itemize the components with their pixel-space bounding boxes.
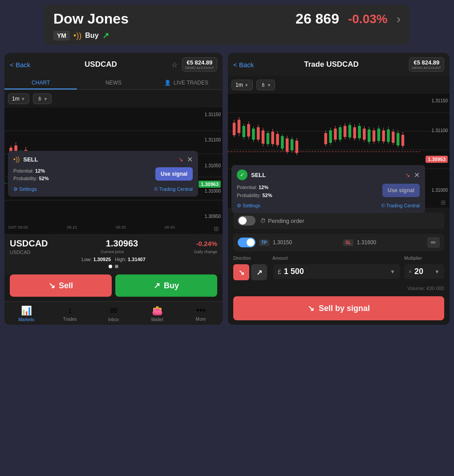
nav-markets-label: Markets xyxy=(18,317,34,322)
banner-sub-row: YM •)) Buy ↗ xyxy=(53,31,401,40)
right-current-price-badge: 1.30953 xyxy=(426,156,448,163)
tab-live-trades[interactable]: 👤 LIVE TRADES xyxy=(150,76,223,89)
left-panel-header: < Back USDCAD ☆ €5 824.89 Demo Account xyxy=(4,53,223,76)
sl-value: 1.31600 xyxy=(357,239,424,246)
right-timeframe-button[interactable]: 1m ▼ xyxy=(231,80,253,90)
pending-order-row: ⏱ Pending order xyxy=(233,212,444,229)
direction-buy-button[interactable]: ↗ xyxy=(251,264,267,280)
right-chart-area: 1.31150 1.31100 1.31050 1.31000 1.30953 … xyxy=(228,94,450,197)
x-symbol: × xyxy=(409,269,412,275)
use-signal-button[interactable]: Use signal xyxy=(155,167,193,181)
settings-link[interactable]: ⚙ Settings xyxy=(13,186,37,192)
left-balance-badge: €5 824.89 Demo Account xyxy=(182,57,217,72)
action-buttons: ↘ Sell ↗ Buy xyxy=(4,274,223,301)
buy-arrow-icon: ↗ xyxy=(154,281,160,290)
sell-button[interactable]: ↘ Sell xyxy=(10,274,112,297)
current-price-label: Current price xyxy=(101,250,124,255)
buy-button[interactable]: ↗ Buy xyxy=(115,274,217,297)
nav-trades[interactable]: ↕ Trades xyxy=(48,305,92,322)
right-back-button[interactable]: < Back xyxy=(233,61,254,69)
direction-row: ↘ ↗ £ 1 500 ▼ × 20 xyxy=(233,264,444,280)
right-chart-type-button[interactable]: 🕯 ▼ xyxy=(256,80,276,90)
volume-row: Volume: €30 000 xyxy=(233,286,444,291)
nav-wallet-label: Wallet xyxy=(151,317,163,322)
left-tabs: CHART NEWS 👤 LIVE TRADES xyxy=(4,76,223,90)
nav-markets[interactable]: 📊 Markets xyxy=(4,305,48,322)
nav-inbox[interactable]: ✉ Inbox xyxy=(92,305,135,322)
multiplier-col-label: Multiplier xyxy=(404,256,444,261)
chart-type-button[interactable]: 🕯 ▼ xyxy=(33,93,52,104)
right-settings-link[interactable]: ⚙ Settings xyxy=(237,203,260,209)
sl-badge: SL xyxy=(343,239,353,246)
tp-sl-edit-button[interactable]: ✏ xyxy=(427,237,440,248)
signal-stats: Potential: 12% Probability: 52% xyxy=(13,167,49,183)
nav-more[interactable]: ••• More xyxy=(179,305,223,322)
signal-popup-body: Potential: 12% Probability: 52% Use sign… xyxy=(13,167,193,183)
tp-sl-row: TP 1.30150 SL 1.31600 ✏ xyxy=(233,234,444,251)
signal-close-button[interactable]: ✕ xyxy=(187,155,193,164)
stock-info: USDCAD 1.30963 -0.24% USDCAD Current pri… xyxy=(4,234,223,274)
stock-price: 1.30963 xyxy=(106,238,138,249)
right-signal-popup-body: Potential: 12% Probability: 52% Use sign… xyxy=(237,184,420,199)
markets-icon: 📊 xyxy=(21,305,32,316)
stock-low-high: Low: 1.30925 High: 1.31407 xyxy=(10,257,217,262)
right-panel: < Back Trade USDCAD €5 824.89 Demo Accou… xyxy=(228,53,450,325)
gmt-label-1: 08:15 xyxy=(67,225,77,232)
right-sell-direction-icon: ↘ xyxy=(405,171,410,178)
right-use-signal-button[interactable]: Use signal xyxy=(382,184,420,197)
signal-dot-icon: •)) xyxy=(73,31,81,40)
right-balance-label: Demo Account xyxy=(412,66,441,70)
buy-label: Buy xyxy=(85,32,98,40)
banner-price: 26 869 xyxy=(296,11,339,27)
pending-order-toggle[interactable] xyxy=(238,216,255,226)
tp-badge: TP xyxy=(259,239,269,246)
dots-row xyxy=(10,265,217,268)
sell-by-signal-button[interactable]: ↘ Sell by signal xyxy=(233,296,444,320)
nav-inbox-label: Inbox xyxy=(108,317,119,322)
timeframe-button[interactable]: 1m ▼ xyxy=(8,93,29,104)
stock-symbol: USDCAD xyxy=(10,238,48,249)
left-gmt-row: GMT 08:00 08:15 08:30 08:40 ⊞ xyxy=(4,223,223,234)
right-timeframe-chevron-icon: ▼ xyxy=(244,83,249,88)
timeframe-chevron-icon: ▼ xyxy=(21,97,25,101)
panels-row: < Back USDCAD ☆ €5 824.89 Demo Account C… xyxy=(4,53,450,325)
pending-order-label: ⏱ Pending order xyxy=(260,218,304,224)
tab-chart[interactable]: CHART xyxy=(4,76,77,89)
favorite-icon[interactable]: ☆ xyxy=(171,61,178,69)
right-probability-stat: Probability: 52% xyxy=(237,192,272,200)
sell-signal-arrow-icon: ↘ xyxy=(308,303,314,313)
pending-icon: ⏱ xyxy=(260,218,266,224)
amount-value: 1 500 xyxy=(284,267,387,276)
left-back-button[interactable]: < Back xyxy=(10,61,30,69)
inbox-icon: ✉ xyxy=(110,305,118,316)
direction-col: ↘ ↗ xyxy=(233,264,269,280)
currency-symbol: £ xyxy=(278,268,281,275)
right-signal-close-button[interactable]: ✕ xyxy=(414,171,420,179)
tp-sl-toggle[interactable] xyxy=(238,238,255,247)
direction-col-label: Direction xyxy=(233,256,269,261)
right-trading-central-label: © Trading Central xyxy=(381,203,420,209)
nav-more-label: More xyxy=(196,317,206,322)
multiplier-row[interactable]: × 20 ▼ xyxy=(404,264,444,279)
direction-sell-button[interactable]: ↘ xyxy=(233,264,249,280)
multiplier-col: × 20 ▼ xyxy=(404,264,444,279)
tab-chart-label: CHART xyxy=(32,80,50,86)
wallet-icon: 👛 xyxy=(152,305,163,316)
tab-news[interactable]: NEWS xyxy=(77,76,150,89)
right-balance-badge: €5 824.89 Demo Account xyxy=(409,57,444,72)
banner-title: Dow Jones xyxy=(53,11,287,27)
nav-wallet[interactable]: 👛 Wallet xyxy=(135,305,179,322)
banner-arrow-icon[interactable]: › xyxy=(397,12,401,26)
right-sell-label-popup: SELL xyxy=(251,172,401,178)
stock-name: USDCAD xyxy=(10,250,30,255)
right-signal-popup: ✓ SELL ↘ ✕ Potential: 12% Probability: 5… xyxy=(231,165,425,213)
tab-news-label: NEWS xyxy=(105,80,122,86)
right-signal-popup-header: ✓ SELL ↘ ✕ xyxy=(237,169,420,180)
low-value: 1.30925 xyxy=(93,257,111,262)
dot-2 xyxy=(115,265,118,268)
left-chart-controls: 1m ▼ 🕯 ▼ xyxy=(4,90,223,108)
amount-input-row[interactable]: £ 1 500 ▼ xyxy=(273,264,400,279)
right-price-label-4: 1.31000 xyxy=(432,188,448,193)
signal-popup-header: •)) SELL ↘ ✕ xyxy=(13,155,193,164)
pending-label-text: Pending order xyxy=(268,218,304,224)
